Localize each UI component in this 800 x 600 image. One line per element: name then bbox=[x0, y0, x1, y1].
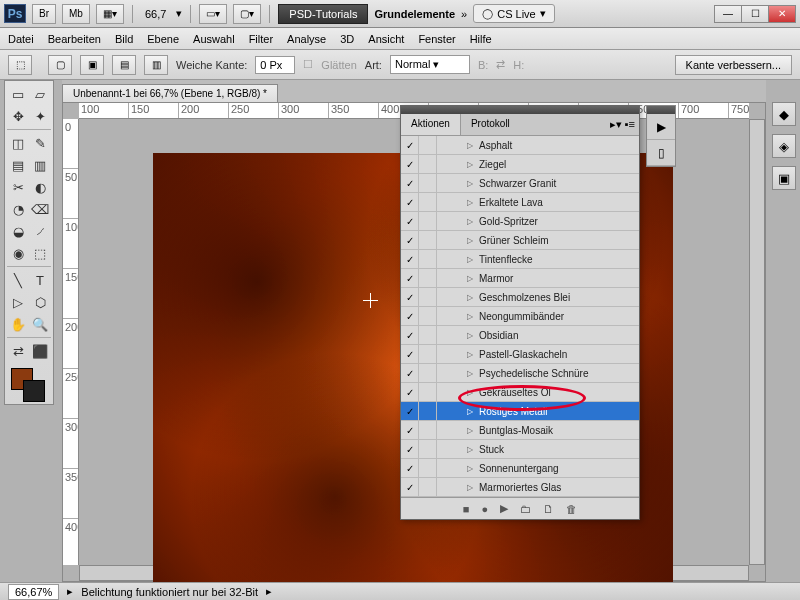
menu-hilfe[interactable]: Hilfe bbox=[470, 33, 492, 45]
tool-18[interactable]: ▷ bbox=[7, 291, 29, 313]
tool-1[interactable]: ▱ bbox=[29, 83, 51, 105]
ruler-vertical[interactable]: 050100150200250300350400450500 bbox=[63, 119, 79, 565]
action-row[interactable]: ✓▷Obsidian bbox=[401, 326, 639, 345]
style-select[interactable]: Normal ▾ bbox=[390, 55, 470, 74]
action-check-icon[interactable]: ✓ bbox=[401, 212, 419, 230]
status-zoom[interactable]: 66,67% bbox=[8, 584, 59, 600]
action-check-icon[interactable]: ✓ bbox=[401, 269, 419, 287]
action-check-icon[interactable]: ✓ bbox=[401, 440, 419, 458]
new-set-icon[interactable]: 🗀 bbox=[520, 503, 531, 515]
disclosure-triangle-icon[interactable]: ▷ bbox=[467, 483, 477, 492]
menu-bearbeiten[interactable]: Bearbeiten bbox=[48, 33, 101, 45]
disclosure-triangle-icon[interactable]: ▷ bbox=[467, 236, 477, 245]
selmode-intersect[interactable]: ▥ bbox=[144, 55, 168, 75]
status-nav-icon[interactable]: ▸ bbox=[67, 585, 73, 598]
panel-menu-icon[interactable]: ▸▾ ▪≡ bbox=[606, 114, 639, 135]
disclosure-triangle-icon[interactable]: ▷ bbox=[467, 141, 477, 150]
action-check-icon[interactable]: ✓ bbox=[401, 421, 419, 439]
action-dialog-toggle[interactable] bbox=[419, 326, 437, 344]
menu-ebene[interactable]: Ebene bbox=[147, 33, 179, 45]
action-check-icon[interactable]: ✓ bbox=[401, 383, 419, 401]
stop-icon[interactable]: ■ bbox=[463, 503, 470, 515]
history-panel-icon[interactable]: ▯ bbox=[647, 140, 675, 166]
action-row[interactable]: ✓▷Psychedelische Schnüre bbox=[401, 364, 639, 383]
disclosure-triangle-icon[interactable]: ▷ bbox=[467, 407, 477, 416]
menu-ansicht[interactable]: Ansicht bbox=[368, 33, 404, 45]
menu-datei[interactable]: Datei bbox=[8, 33, 34, 45]
action-row[interactable]: ✓▷Marmor bbox=[401, 269, 639, 288]
action-dialog-toggle[interactable] bbox=[419, 269, 437, 287]
action-dialog-toggle[interactable] bbox=[419, 174, 437, 192]
disclosure-triangle-icon[interactable]: ▷ bbox=[467, 255, 477, 264]
menu-fenster[interactable]: Fenster bbox=[418, 33, 455, 45]
disclosure-triangle-icon[interactable]: ▷ bbox=[467, 350, 477, 359]
tool-22[interactable]: ⇄ bbox=[7, 340, 29, 362]
bridge-button[interactable]: Br bbox=[32, 4, 56, 24]
feather-input[interactable]: 0 Px bbox=[255, 56, 295, 74]
psd-tutorials-badge[interactable]: PSD-Tutorials bbox=[278, 4, 368, 24]
minimize-button[interactable]: — bbox=[714, 5, 742, 23]
mini-dock-handle[interactable] bbox=[647, 106, 675, 114]
disclosure-triangle-icon[interactable]: ▷ bbox=[467, 445, 477, 454]
tool-6[interactable]: ▤ bbox=[7, 154, 29, 176]
screenmode-button[interactable]: ▢▾ bbox=[233, 4, 261, 24]
selmode-new[interactable]: ▢ bbox=[48, 55, 72, 75]
zoom-level[interactable]: 66,7 bbox=[141, 8, 170, 20]
cslive-button[interactable]: CS Live▾ bbox=[473, 4, 555, 23]
action-row[interactable]: ✓▷Asphalt bbox=[401, 136, 639, 155]
action-row[interactable]: ✓▷Ziegel bbox=[401, 155, 639, 174]
action-check-icon[interactable]: ✓ bbox=[401, 307, 419, 325]
action-check-icon[interactable]: ✓ bbox=[401, 250, 419, 268]
disclosure-triangle-icon[interactable]: ▷ bbox=[467, 160, 477, 169]
action-check-icon[interactable]: ✓ bbox=[401, 136, 419, 154]
scrollbar-vertical[interactable] bbox=[749, 119, 765, 565]
action-row[interactable]: ✓▷Tintenflecke bbox=[401, 250, 639, 269]
action-check-icon[interactable]: ✓ bbox=[401, 288, 419, 306]
action-dialog-toggle[interactable] bbox=[419, 212, 437, 230]
tool-preset-button[interactable]: ⬚ bbox=[8, 55, 32, 75]
tool-3[interactable]: ✦ bbox=[29, 105, 51, 127]
disclosure-triangle-icon[interactable]: ▷ bbox=[467, 331, 477, 340]
tab-aktionen[interactable]: Aktionen bbox=[401, 114, 461, 135]
action-dialog-toggle[interactable] bbox=[419, 136, 437, 154]
tool-14[interactable]: ◉ bbox=[7, 242, 29, 264]
action-row[interactable]: ✓▷Marmoriertes Glas bbox=[401, 478, 639, 497]
menu-3d[interactable]: 3D bbox=[340, 33, 354, 45]
menu-auswahl[interactable]: Auswahl bbox=[193, 33, 235, 45]
tool-19[interactable]: ⬡ bbox=[29, 291, 51, 313]
tool-0[interactable]: ▭ bbox=[7, 83, 29, 105]
action-row[interactable]: ✓▷Buntglas-Mosaik bbox=[401, 421, 639, 440]
tool-20[interactable]: ✋ bbox=[7, 313, 29, 335]
tool-5[interactable]: ✎ bbox=[29, 132, 51, 154]
play-panel-icon[interactable]: ▶ bbox=[647, 114, 675, 140]
selmode-sub[interactable]: ▤ bbox=[112, 55, 136, 75]
disclosure-triangle-icon[interactable]: ▷ bbox=[467, 426, 477, 435]
action-dialog-toggle[interactable] bbox=[419, 421, 437, 439]
action-check-icon[interactable]: ✓ bbox=[401, 231, 419, 249]
tool-9[interactable]: ◐ bbox=[29, 176, 51, 198]
action-row[interactable]: ✓▷Erkaltete Lava bbox=[401, 193, 639, 212]
panel-icon-2[interactable]: ▣ bbox=[772, 166, 796, 190]
action-dialog-toggle[interactable] bbox=[419, 307, 437, 325]
action-row[interactable]: ✓▷Pastell-Glaskacheln bbox=[401, 345, 639, 364]
tool-2[interactable]: ✥ bbox=[7, 105, 29, 127]
disclosure-triangle-icon[interactable]: ▷ bbox=[467, 293, 477, 302]
action-dialog-toggle[interactable] bbox=[419, 250, 437, 268]
close-button[interactable]: ✕ bbox=[768, 5, 796, 23]
workspace-more-icon[interactable]: » bbox=[461, 8, 467, 20]
trash-icon[interactable]: 🗑 bbox=[566, 503, 577, 515]
action-dialog-toggle[interactable] bbox=[419, 364, 437, 382]
tool-17[interactable]: T bbox=[29, 269, 51, 291]
disclosure-triangle-icon[interactable]: ▷ bbox=[467, 464, 477, 473]
action-dialog-toggle[interactable] bbox=[419, 440, 437, 458]
document-tab[interactable]: Unbenannt-1 bei 66,7% (Ebene 1, RGB/8) * bbox=[62, 84, 278, 102]
menu-bild[interactable]: Bild bbox=[115, 33, 133, 45]
disclosure-triangle-icon[interactable]: ▷ bbox=[467, 179, 477, 188]
tool-15[interactable]: ⬚ bbox=[29, 242, 51, 264]
action-row[interactable]: ✓▷Sonnenuntergang bbox=[401, 459, 639, 478]
play-icon[interactable]: ▶ bbox=[500, 502, 508, 515]
tab-protokoll[interactable]: Protokoll bbox=[461, 114, 520, 135]
action-check-icon[interactable]: ✓ bbox=[401, 478, 419, 496]
action-check-icon[interactable]: ✓ bbox=[401, 326, 419, 344]
action-check-icon[interactable]: ✓ bbox=[401, 345, 419, 363]
